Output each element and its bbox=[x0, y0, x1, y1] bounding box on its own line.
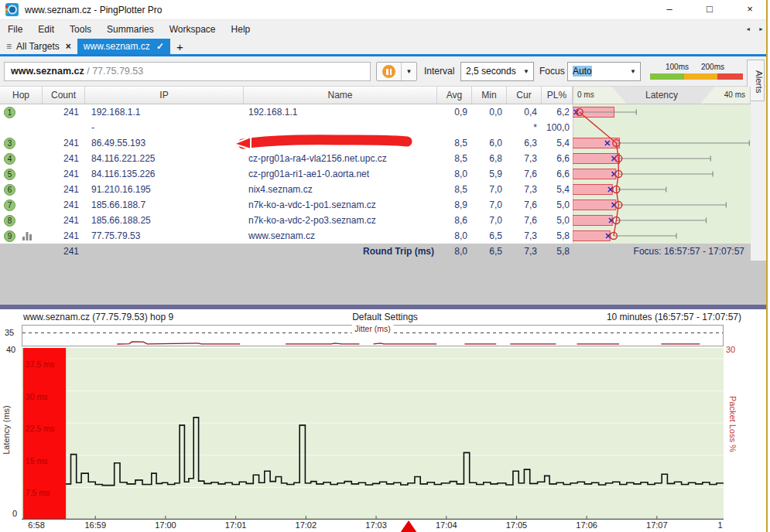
latency-color-scale bbox=[650, 73, 743, 80]
header-latency[interactable]: 0 ms Latency 40 ms bbox=[573, 87, 751, 104]
cell-cur: 7,6 bbox=[507, 197, 542, 213]
latency-time-plot[interactable]: 37.5 ms30 ms22.5 ms15 ms7.5 ms bbox=[22, 348, 724, 520]
pause-dropdown-icon[interactable]: ▼ bbox=[402, 63, 416, 80]
menu-help[interactable]: Help bbox=[224, 22, 258, 37]
tab-close-icon[interactable]: × bbox=[66, 41, 71, 52]
footer-count: 241 bbox=[43, 244, 85, 261]
cell-name: 192.168.1.1 bbox=[244, 104, 437, 120]
focus-select[interactable]: Auto ▼ bbox=[567, 62, 641, 81]
cell-min bbox=[472, 120, 507, 135]
time-tick-label: 17:04 bbox=[436, 520, 457, 530]
tab-www-seznam-cz[interactable]: www.seznam.cz ✓ bbox=[77, 39, 170, 54]
cell-count: 241 bbox=[43, 166, 85, 182]
cell-count: 241 bbox=[43, 213, 85, 228]
y-axis-max: 40 bbox=[6, 345, 15, 354]
hop-number-badge: 7 bbox=[4, 200, 15, 211]
time-tick-label: 16:59 bbox=[84, 520, 106, 530]
new-tab-button[interactable]: + bbox=[170, 40, 190, 54]
header-hop[interactable]: Hop bbox=[0, 87, 43, 104]
footer-avg: 8,0 bbox=[437, 244, 472, 261]
table-footer-row: 241 Round Trip (ms) 8,0 6,5 7,3 5,8 Focu… bbox=[0, 244, 751, 261]
maximize-button[interactable]: □ bbox=[690, 0, 730, 20]
cell-packet-loss: 6,2 bbox=[542, 104, 573, 120]
cell-avg: 8,5 bbox=[437, 151, 472, 166]
minimize-button[interactable]: – bbox=[649, 0, 690, 20]
svg-text:37.5 ms: 37.5 ms bbox=[26, 360, 54, 369]
round-trip-label: Round Trip (ms) bbox=[244, 244, 437, 261]
cell-min: 5,9 bbox=[472, 166, 507, 182]
pause-button[interactable]: ▼ bbox=[376, 62, 417, 81]
window-title: www.seznam.cz - PingPlotter Pro bbox=[25, 5, 162, 15]
cell-packet-loss: 100,0 bbox=[542, 120, 573, 135]
time-tick-label: 17:06 bbox=[576, 520, 597, 530]
table-header-row: Hop Count IP Name Avg Min Cur PL% 0 ms L… bbox=[0, 87, 751, 104]
y-axis-label: Latency (ms) bbox=[2, 403, 11, 457]
cell-min: 6,8 bbox=[472, 151, 507, 166]
tab-bar: ≡ All Targets × www.seznam.cz ✓ + bbox=[0, 39, 770, 54]
time-tick-label: 17:03 bbox=[365, 520, 387, 530]
cell-packet-loss: 5,8 bbox=[542, 228, 573, 244]
cell-min: 7,0 bbox=[472, 213, 507, 228]
toolbar: www.seznam.cz / 77.75.79.53 ▼ Interval 2… bbox=[0, 56, 770, 87]
hop-number-badge: 8 bbox=[4, 215, 15, 227]
close-button[interactable]: × bbox=[730, 0, 770, 20]
tab-all-targets[interactable]: ≡ All Targets × bbox=[0, 39, 77, 54]
hop-number-badge: 1 bbox=[4, 107, 15, 118]
interval-label: Interval bbox=[424, 66, 454, 77]
header-min[interactable]: Min bbox=[472, 87, 507, 104]
time-tick-label: 1 bbox=[717, 520, 722, 530]
tab-all-targets-label: All Targets bbox=[16, 41, 60, 52]
target-ip: / 77.75.79.53 bbox=[84, 66, 143, 77]
cell-cur: 7,3 bbox=[507, 151, 542, 166]
time-tick-label: 17:07 bbox=[646, 520, 668, 530]
menu-overflow-arrows-icon[interactable]: ◄ ► bbox=[745, 26, 767, 32]
svg-text:22.5 ms: 22.5 ms bbox=[26, 424, 54, 433]
time-tick-label: 17:05 bbox=[506, 520, 528, 530]
menu-tools[interactable]: Tools bbox=[62, 22, 99, 37]
menu-file[interactable]: File bbox=[0, 22, 30, 37]
cell-avg: 8,9 bbox=[437, 197, 472, 213]
title-bar: www.seznam.cz - PingPlotter Pro – □ × bbox=[0, 0, 770, 20]
redaction-scribble bbox=[232, 131, 416, 155]
menu-edit[interactable]: Edit bbox=[30, 22, 62, 37]
cell-packet-loss: 5,0 bbox=[542, 197, 573, 213]
cell-min: 7,0 bbox=[472, 197, 507, 213]
cell-count: 241 bbox=[43, 228, 85, 244]
menu-workspace[interactable]: Workspace bbox=[162, 22, 224, 37]
header-cur[interactable]: Cur bbox=[507, 87, 542, 104]
jitter-label: Jitter (ms) bbox=[351, 324, 394, 333]
header-pl[interactable]: PL% bbox=[542, 87, 573, 104]
footer-pl: 5,8 bbox=[542, 244, 573, 261]
hop-number-badge: 6 bbox=[4, 184, 15, 196]
svg-text:15 ms: 15 ms bbox=[26, 456, 48, 466]
jitter-strip: Jitter (ms) bbox=[22, 325, 724, 346]
cell-min: 0,0 bbox=[472, 104, 507, 120]
header-ip[interactable]: IP bbox=[85, 87, 244, 104]
cell-cur: 7,3 bbox=[507, 228, 542, 244]
time-tick-label: 17:02 bbox=[296, 520, 317, 530]
timeline-marker-icon[interactable] bbox=[400, 520, 417, 532]
svg-text:7.5 ms: 7.5 ms bbox=[26, 488, 50, 497]
time-tick-label: 17:00 bbox=[155, 520, 176, 530]
latency-0ms-label: 0 ms bbox=[577, 87, 594, 104]
interval-select[interactable]: 2,5 seconds ▼ bbox=[460, 62, 534, 81]
graph-timespan-label[interactable]: 10 minutes (16:57:57 - 17:07:57) bbox=[607, 312, 741, 322]
footer-min: 6,5 bbox=[472, 244, 507, 261]
header-count[interactable]: Count bbox=[43, 87, 85, 104]
cell-avg: 8,5 bbox=[437, 135, 472, 151]
header-avg[interactable]: Avg bbox=[437, 87, 472, 104]
cell-ip: 91.210.16.195 bbox=[85, 182, 244, 197]
cell-packet-loss: 5,4 bbox=[542, 182, 573, 197]
header-name[interactable]: Name bbox=[244, 87, 437, 104]
time-tick-label: 6:58 bbox=[28, 520, 44, 530]
focus-value: Auto bbox=[573, 66, 592, 77]
y2-axis-label: Packet Loss % bbox=[728, 396, 737, 452]
hamburger-icon: ≡ bbox=[6, 41, 12, 52]
target-address-box[interactable]: www.seznam.cz / 77.75.79.53 bbox=[4, 62, 371, 81]
menu-summaries[interactable]: Summaries bbox=[99, 22, 162, 37]
footer-cur: 7,3 bbox=[507, 244, 542, 261]
cell-ip: 185.66.188.7 bbox=[85, 197, 244, 213]
cell-count: 241 bbox=[43, 182, 85, 197]
cell-ip: - bbox=[85, 120, 244, 135]
cell-packet-loss: 5,0 bbox=[542, 213, 573, 228]
